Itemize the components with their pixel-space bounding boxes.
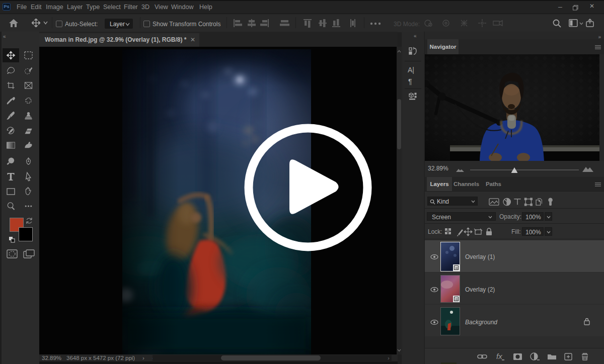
svg-text:fx: fx — [496, 352, 502, 360]
